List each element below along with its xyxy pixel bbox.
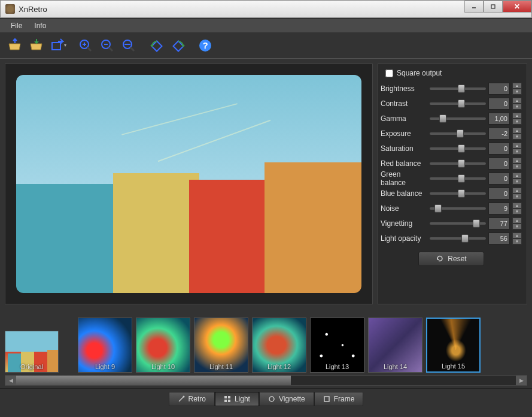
save-button[interactable] xyxy=(26,35,47,56)
zoom-in-button[interactable] xyxy=(75,35,96,56)
tab-retro[interactable]: Retro xyxy=(169,392,215,406)
reset-button[interactable]: Reset xyxy=(418,252,484,266)
slider-thumb[interactable] xyxy=(458,144,465,153)
spin-down[interactable]: ▼ xyxy=(512,164,522,170)
scroll-thumb[interactable] xyxy=(16,376,291,385)
spin-up[interactable]: ▲ xyxy=(512,113,522,119)
svg-line-4 xyxy=(87,47,91,51)
slider-track[interactable] xyxy=(430,117,486,120)
slider-thumb[interactable] xyxy=(458,159,465,168)
slider-track[interactable] xyxy=(430,222,486,225)
close-button[interactable]: ✕ xyxy=(503,1,531,13)
slider-row-light-opacity: Light opacity56▲▼ xyxy=(381,231,522,246)
slider-thumb[interactable] xyxy=(473,219,480,228)
slider-thumb[interactable] xyxy=(461,234,469,243)
minimize-button[interactable] xyxy=(464,1,484,13)
scroll-left-button[interactable]: ◀ xyxy=(5,376,16,385)
spin-up[interactable]: ▲ xyxy=(512,203,522,208)
filmstrip-scrollbar[interactable]: ◀ ▶ xyxy=(5,375,527,386)
scroll-right-button[interactable]: ▶ xyxy=(516,376,527,385)
slider-row-gamma: Gamma1,00▲▼ xyxy=(381,111,522,126)
slider-track[interactable] xyxy=(430,192,486,195)
spin-up[interactable]: ▲ xyxy=(512,158,522,164)
spin-down[interactable]: ▼ xyxy=(512,194,522,200)
zoom-out-button[interactable] xyxy=(97,35,117,56)
slider-value[interactable]: 0 xyxy=(488,158,510,170)
slider-track[interactable] xyxy=(430,177,486,180)
thumb-label: Light 13 xyxy=(326,363,349,372)
slider-thumb[interactable] xyxy=(457,129,464,138)
slider-value[interactable]: 1,00 xyxy=(488,113,510,125)
thumb-light-10[interactable]: Light 10 xyxy=(136,318,190,373)
slider-value[interactable]: 0 xyxy=(488,188,510,200)
scroll-track[interactable] xyxy=(16,376,516,385)
slider-track[interactable] xyxy=(430,237,486,240)
spin-down[interactable]: ▼ xyxy=(512,89,522,95)
slider-thumb[interactable] xyxy=(458,174,465,183)
tab-vignette-label: Vignette xyxy=(279,395,305,403)
slider-track[interactable] xyxy=(430,147,486,150)
thumb-label: Light 14 xyxy=(384,363,407,372)
thumb-light-15[interactable]: Light 15 xyxy=(426,318,481,373)
zoom-fit-button[interactable] xyxy=(118,35,139,56)
maximize-button[interactable] xyxy=(484,1,503,13)
spin-down[interactable]: ▼ xyxy=(512,179,522,185)
thumb-light-9[interactable]: Light 9 xyxy=(78,318,132,373)
tab-light[interactable]: Light xyxy=(215,392,259,406)
thumb-light-14[interactable]: Light 14 xyxy=(368,318,422,373)
square-output-checkbox[interactable] xyxy=(385,70,393,77)
slider-thumb[interactable] xyxy=(458,189,465,198)
filmstrip-area: Original Light 9Light 10Light 11Light 12… xyxy=(0,309,532,388)
slider-label: Vignetting xyxy=(381,219,427,228)
slider-value[interactable]: 77 xyxy=(488,217,510,229)
spin-down[interactable]: ▼ xyxy=(512,223,522,229)
spin-down[interactable]: ▼ xyxy=(512,119,522,125)
slider-thumb[interactable] xyxy=(434,204,442,213)
slider-thumb[interactable] xyxy=(458,84,465,93)
spin-up[interactable]: ▲ xyxy=(512,217,522,223)
slider-value[interactable]: 0 xyxy=(488,83,510,95)
spin-down[interactable]: ▼ xyxy=(512,104,522,110)
spin-up[interactable]: ▲ xyxy=(512,143,522,149)
slider-value[interactable]: 9 xyxy=(488,203,510,214)
slider-track[interactable] xyxy=(430,132,486,135)
slider-track[interactable] xyxy=(430,102,486,105)
thumb-label: Light 15 xyxy=(442,362,465,371)
slider-value[interactable]: 0 xyxy=(488,173,510,185)
spin-up[interactable]: ▲ xyxy=(512,98,522,104)
svg-rect-23 xyxy=(224,400,227,402)
rotate-right-button[interactable] xyxy=(168,35,188,56)
slider-label: Blue balance xyxy=(381,189,427,198)
tab-frame[interactable]: Frame xyxy=(314,392,364,406)
spin-up[interactable]: ▲ xyxy=(512,232,522,238)
open-button[interactable] xyxy=(5,35,25,56)
spin-down[interactable]: ▼ xyxy=(512,208,522,214)
share-button[interactable]: ▾ xyxy=(48,35,68,56)
rotate-left-button[interactable] xyxy=(146,35,166,56)
menu-info[interactable]: Info xyxy=(28,20,52,32)
slider-value[interactable]: 56 xyxy=(488,232,510,244)
spin-up[interactable]: ▲ xyxy=(512,188,522,194)
slider-track[interactable] xyxy=(430,162,486,165)
svg-line-11 xyxy=(130,47,134,51)
thumb-light-11[interactable]: Light 11 xyxy=(194,318,248,373)
tab-vignette[interactable]: Vignette xyxy=(259,392,314,406)
spin-up[interactable]: ▲ xyxy=(512,83,522,89)
spin-down[interactable]: ▼ xyxy=(512,149,522,155)
help-button[interactable]: ? xyxy=(195,35,215,56)
spin-down[interactable]: ▼ xyxy=(512,134,522,140)
thumb-original[interactable]: Original xyxy=(5,331,59,373)
slider-thumb[interactable] xyxy=(458,99,465,108)
thumb-light-12[interactable]: Light 12 xyxy=(252,318,306,373)
slider-value[interactable]: 0 xyxy=(488,98,510,110)
thumb-light-13[interactable]: Light 13 xyxy=(310,318,364,373)
spin-up[interactable]: ▲ xyxy=(512,173,522,179)
slider-value[interactable]: 0 xyxy=(488,143,510,155)
spin-down[interactable]: ▼ xyxy=(512,238,522,244)
menu-file[interactable]: File xyxy=(5,20,28,32)
slider-thumb[interactable] xyxy=(439,114,446,123)
slider-track[interactable] xyxy=(430,87,486,90)
slider-track[interactable] xyxy=(430,207,486,210)
spin-up[interactable]: ▲ xyxy=(512,128,522,134)
slider-value[interactable]: -2 xyxy=(488,128,510,140)
